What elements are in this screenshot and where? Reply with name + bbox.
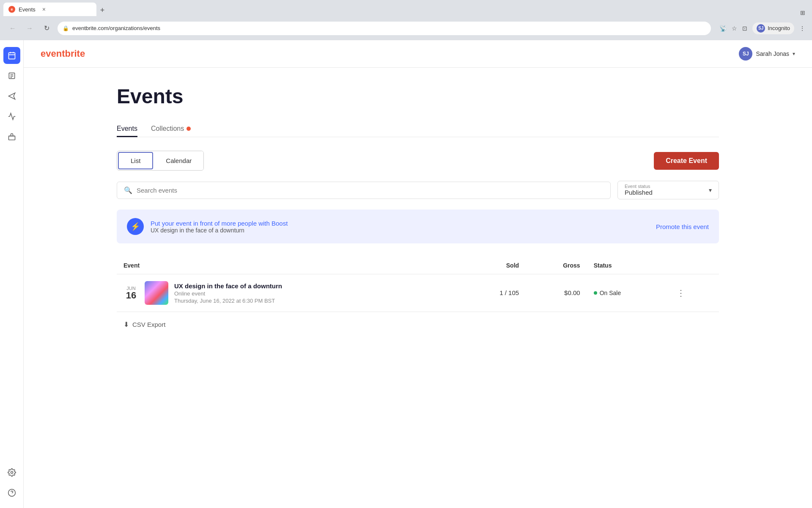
svg-rect-0	[8, 52, 15, 59]
download-icon: ⬇	[123, 320, 129, 329]
tab-end-button[interactable]: ⊞	[800, 9, 805, 16]
status-dot-icon	[594, 291, 597, 295]
user-name: Sarah Jonas	[756, 50, 789, 57]
profile-avatar: SJ	[757, 24, 765, 33]
event-more-button[interactable]: ⋮	[675, 286, 687, 300]
search-icon: 🔍	[124, 186, 132, 194]
col-event: Event	[117, 257, 460, 274]
browser-tab[interactable]: e Events ×	[3, 3, 96, 16]
tab-close-button[interactable]: ×	[41, 6, 47, 13]
event-info: UX design in the face of a downturn Onli…	[174, 282, 282, 304]
page-title: Events	[117, 85, 719, 108]
sidebar-item-reports[interactable]	[3, 67, 20, 84]
top-bar: eventbrite SJ Sarah Jonas ▾	[24, 40, 812, 68]
lock-icon: 🔒	[63, 25, 69, 31]
sidebar-item-settings[interactable]	[3, 464, 20, 481]
search-input[interactable]	[137, 187, 604, 194]
events-table: Event Sold Gross Status JUN 16	[117, 257, 719, 312]
calendar-view-button[interactable]: Calendar	[154, 151, 203, 170]
reload-button[interactable]: ↻	[41, 22, 52, 34]
tabs: Events Collections	[117, 121, 719, 137]
table-header: Event Sold Gross Status	[117, 257, 719, 274]
cast-icon[interactable]: 📡	[719, 25, 727, 32]
profile-button[interactable]: SJ Incognito	[752, 22, 794, 34]
tab-events[interactable]: Events	[117, 121, 137, 137]
tab-collections[interactable]: Collections	[151, 121, 191, 137]
table-row: JUN 16 UX design in the face of a downtu…	[117, 274, 719, 312]
new-tab-button[interactable]: +	[96, 4, 108, 16]
browser-chrome: e Events × + ⊞ ← → ↻ 🔒 eventbrite.com/or…	[0, 0, 812, 40]
url-text: eventbrite.com/organizations/events	[72, 25, 706, 31]
col-status: Status	[587, 257, 669, 274]
csv-export-label: CSV Export	[132, 321, 165, 328]
search-box[interactable]: 🔍	[117, 182, 611, 199]
promo-banner: ⚡ Put your event in front of more people…	[117, 210, 719, 243]
logo: eventbrite	[41, 48, 85, 59]
promote-event-link[interactable]: Promote this event	[656, 223, 709, 230]
promo-title[interactable]: Put your event in front of more people w…	[151, 220, 649, 227]
user-area[interactable]: SJ Sarah Jonas ▾	[739, 47, 795, 61]
extension-icon[interactable]: ⊡	[742, 25, 747, 32]
event-day: 16	[123, 291, 139, 300]
menu-icon[interactable]: ⋮	[799, 25, 805, 32]
sidebar-item-calendar[interactable]	[3, 47, 20, 64]
status-filter-dropdown[interactable]: Event status Published ▾	[617, 181, 719, 199]
create-event-button[interactable]: Create Event	[654, 152, 719, 170]
bookmark-icon[interactable]: ☆	[732, 25, 737, 32]
user-chevron-icon: ▾	[793, 51, 795, 57]
sidebar	[0, 40, 24, 508]
col-gross: Gross	[526, 257, 587, 274]
status-filter-value: Published	[625, 189, 653, 196]
toolbar: List Calendar Create Event	[117, 151, 719, 171]
csv-export-button[interactable]: ⬇ CSV Export	[117, 312, 719, 337]
event-status: On Sale	[594, 290, 662, 296]
event-name[interactable]: UX design in the face of a downturn	[174, 282, 282, 290]
search-filter: 🔍 Event status Published ▾	[117, 181, 719, 199]
col-sold: Sold	[460, 257, 526, 274]
view-toggle: List Calendar	[117, 151, 204, 171]
tab-favicon: e	[8, 6, 15, 13]
event-datetime: Thursday, June 16, 2022 at 6:30 PM BST	[174, 298, 282, 304]
status-filter-label: Event status	[625, 184, 709, 189]
list-view-button[interactable]: List	[118, 152, 153, 169]
main-content: eventbrite SJ Sarah Jonas ▾ Events Event…	[24, 40, 812, 508]
sidebar-item-marketing[interactable]	[3, 88, 20, 105]
boost-icon: ⚡	[127, 218, 144, 235]
address-bar[interactable]: 🔒 eventbrite.com/organizations/events	[58, 22, 711, 35]
sidebar-item-help[interactable]	[3, 484, 20, 501]
promo-subtitle: UX design in the face of a downturn	[151, 227, 649, 234]
event-gross: $0.00	[564, 289, 580, 296]
sidebar-item-analytics[interactable]	[3, 108, 20, 125]
back-button[interactable]: ←	[7, 22, 19, 34]
chevron-down-icon: ▾	[709, 187, 712, 193]
event-cell: JUN 16 UX design in the face of a downtu…	[123, 281, 453, 305]
svg-point-7	[11, 472, 13, 474]
col-actions	[668, 257, 719, 274]
incognito-label: Incognito	[768, 25, 790, 31]
event-date: JUN 16	[123, 286, 139, 300]
forward-button[interactable]: →	[24, 22, 36, 34]
event-type: Online event	[174, 290, 282, 297]
event-sold: 1 / 105	[499, 289, 519, 296]
user-avatar: SJ	[739, 47, 752, 61]
collections-badge	[187, 127, 191, 131]
sidebar-item-venues[interactable]	[3, 128, 20, 145]
status-text: On Sale	[600, 290, 621, 296]
event-thumbnail	[145, 281, 168, 305]
svg-rect-5	[8, 136, 15, 140]
tab-title: Events	[19, 6, 36, 13]
